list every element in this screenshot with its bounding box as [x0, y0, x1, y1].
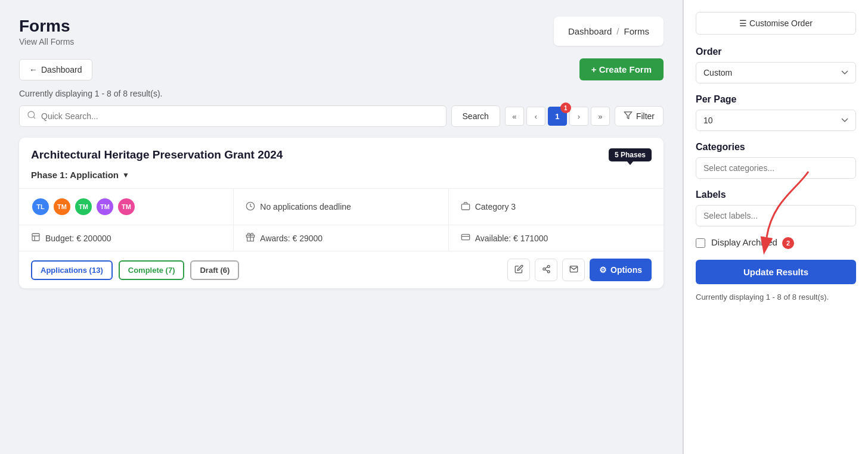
svg-rect-10 — [461, 234, 469, 240]
share-icon — [542, 265, 551, 275]
page-last[interactable]: » — [591, 107, 610, 126]
phases-badge: 5 Phases — [609, 148, 652, 161]
update-results-button[interactable]: Update Results — [696, 260, 856, 284]
budget-icon — [31, 232, 41, 244]
page-title: Forms — [19, 17, 74, 36]
avatar: TM — [74, 197, 93, 216]
svg-point-12 — [547, 265, 550, 268]
awards-icon — [246, 232, 255, 244]
form-title: Architectural Heritage Preservation Gran… — [31, 148, 283, 161]
breadcrumb-current: Forms — [624, 26, 650, 36]
form-card-footer: Applications (13) Complete (7) Draft (6) — [19, 251, 664, 288]
categories-input[interactable] — [696, 157, 856, 179]
per-page-select[interactable]: 10 25 50 100 — [696, 110, 856, 131]
result-count: Currently displaying 1 - 8 of 8 result(s… — [19, 89, 664, 98]
svg-point-0 — [28, 111, 35, 118]
avatar: TM — [117, 197, 136, 216]
applications-button[interactable]: Applications (13) — [31, 260, 113, 280]
available-cell: Available: € 171000 — [449, 225, 664, 251]
deadline-text: No applications deadline — [260, 202, 351, 212]
page-subtitle: View All Forms — [19, 37, 74, 46]
create-form-button[interactable]: + Create Form — [579, 58, 664, 80]
complete-button[interactable]: Complete (7) — [119, 260, 185, 280]
display-archived-label: Display Archived 2 — [711, 237, 794, 249]
page-prev[interactable]: ‹ — [526, 107, 545, 126]
labels-label: Labels — [696, 189, 856, 200]
filter-icon — [624, 111, 633, 122]
draft-button[interactable]: Draft (6) — [190, 260, 239, 280]
filter-button[interactable]: Filter — [615, 106, 664, 126]
search-button[interactable]: Search — [451, 105, 500, 127]
page-first[interactable]: « — [505, 107, 524, 126]
right-sidebar: ☰ Customise Order Order Custom Alphabeti… — [683, 0, 868, 454]
arrow-left-icon: ← — [29, 65, 38, 74]
chevron-down-icon: ▼ — [122, 171, 129, 179]
svg-rect-5 — [32, 234, 39, 241]
share-button[interactable] — [535, 259, 557, 281]
phase-selector[interactable]: Phase 1: Application ▼ — [19, 170, 664, 188]
pagination: « ‹ 1 1 › » — [505, 107, 610, 126]
svg-line-15 — [545, 269, 547, 270]
svg-line-16 — [545, 267, 547, 268]
labels-input[interactable] — [696, 205, 856, 226]
budget-cell: Budget: € 200000 — [19, 225, 234, 251]
pagination-badge: 1 — [560, 102, 571, 113]
svg-point-13 — [542, 268, 545, 270]
page-current[interactable]: 1 1 — [548, 107, 567, 126]
display-archived-checkbox[interactable] — [696, 238, 705, 248]
page-next[interactable]: › — [569, 107, 588, 126]
detail-category: Category 3 — [449, 189, 664, 225]
available-text: Available: € 171000 — [475, 234, 548, 243]
options-button[interactable]: ⚙ Options — [590, 259, 652, 281]
dashboard-button[interactable]: ← Dashboard — [19, 59, 92, 80]
customise-order-button[interactable]: ☰ Customise Order — [696, 12, 856, 35]
detail-avatars: TL TM TM TM TM — [19, 189, 234, 225]
edit-button[interactable] — [507, 259, 530, 281]
search-input[interactable] — [41, 106, 439, 126]
email-icon — [569, 265, 578, 275]
archived-badge: 2 — [782, 237, 794, 249]
order-label: Order — [696, 46, 856, 57]
search-input-wrapper — [19, 105, 447, 127]
svg-rect-4 — [461, 204, 469, 209]
awards-text: Awards: € 29000 — [260, 234, 323, 243]
budget-text: Budget: € 200000 — [45, 234, 111, 243]
email-button[interactable] — [562, 259, 585, 281]
sidebar-result-count: Currently displaying 1 - 8 of 8 result(s… — [696, 293, 856, 301]
avatar: TM — [52, 197, 72, 216]
clock-icon — [246, 201, 255, 213]
category-text: Category 3 — [475, 202, 516, 212]
available-icon — [461, 232, 470, 244]
breadcrumb-dashboard[interactable]: Dashboard — [568, 26, 612, 36]
avatar: TM — [95, 197, 114, 216]
categories-label: Categories — [696, 142, 856, 153]
svg-marker-2 — [624, 112, 632, 119]
svg-point-14 — [547, 270, 550, 273]
order-select[interactable]: Custom Alphabetical Date Created Date Mo… — [696, 62, 856, 83]
per-page-label: Per Page — [696, 94, 856, 105]
form-card: Architectural Heritage Preservation Gran… — [19, 138, 664, 288]
breadcrumb: Dashboard / Forms — [554, 17, 664, 46]
briefcase-icon — [461, 201, 470, 213]
pencil-icon — [514, 265, 523, 275]
gear-icon: ⚙ — [599, 265, 607, 275]
display-archived-row: Display Archived 2 — [696, 237, 856, 249]
avatar: TL — [31, 197, 50, 216]
search-icon — [27, 110, 36, 122]
svg-line-1 — [33, 117, 35, 119]
detail-deadline: No applications deadline — [234, 189, 448, 225]
awards-cell: Awards: € 29000 — [234, 225, 448, 251]
